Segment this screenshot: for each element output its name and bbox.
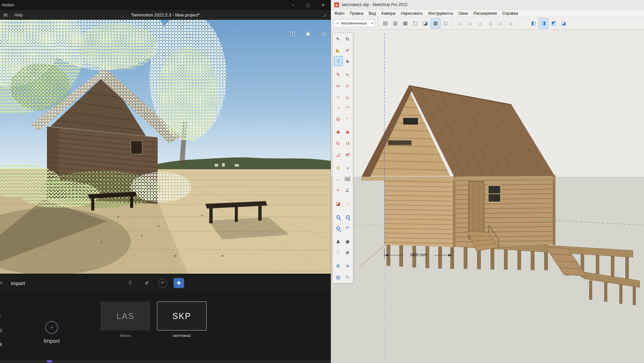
menu-camera[interactable]: Камера: [379, 11, 398, 16]
push-pull-tool[interactable]: ⇧: [334, 56, 343, 66]
section-plane-tool[interactable]: ◪: [334, 198, 343, 209]
layout-panels-icon[interactable]: ◫: [289, 30, 295, 37]
model-settings-tool[interactable]: ⚙: [334, 261, 343, 271]
garage-icon[interactable]: ⌂: [506, 18, 516, 28]
menu-edit[interactable]: dit: [0, 13, 11, 17]
menu-edit[interactable]: Правка: [347, 11, 366, 16]
two-point-arc-tool[interactable]: ◜: [343, 114, 352, 124]
dimension-tool[interactable]: ↔: [334, 174, 343, 184]
menu-draw[interactable]: Нарисовать: [398, 11, 426, 16]
pie-tool[interactable]: ◔: [334, 103, 343, 113]
freehand-tool[interactable]: ∿: [343, 70, 352, 80]
follow-me-tool[interactable]: ❋: [343, 127, 352, 137]
rotated-rectangle-tool[interactable]: ◇: [343, 81, 352, 91]
view-front-icon[interactable]: ◩: [549, 18, 558, 28]
box-icon[interactable]: ▣: [0, 342, 3, 347]
rotate-tool[interactable]: ↻: [334, 138, 343, 148]
line-tool[interactable]: ✎: [334, 70, 343, 80]
hidden-line-style-icon[interactable]: ▢: [411, 18, 420, 28]
position-camera-tool[interactable]: ♟: [334, 236, 343, 246]
offset-tool[interactable]: ◎: [334, 114, 343, 124]
collapse-right-panel-icon[interactable]: ◁: [321, 30, 325, 37]
sketchup-3d-canvas[interactable]: 3400 mm ↖ ↻ ◣ ▰ ⇧: [331, 30, 644, 363]
sketchup-logo-icon: [334, 2, 339, 7]
zoom-extents-tool[interactable]: [334, 223, 343, 233]
undo-icon[interactable]: ↶: [158, 279, 167, 288]
axes-tool[interactable]: +: [334, 185, 343, 195]
menu-file[interactable]: Файл: [332, 11, 347, 16]
maximize-button[interactable]: ▢: [301, 0, 316, 10]
import-tile-skp[interactable]: SKP: [157, 302, 207, 330]
architecture-icons-group: ⌂ ⌂ ⌂ ⌂ ⌂ ⌂: [455, 18, 516, 28]
bracket-icon[interactable]: [: [0, 300, 3, 305]
select-tool[interactable]: ↖: [334, 34, 343, 44]
floor-plan-icon[interactable]: ⌂: [455, 18, 465, 28]
sandbox-from-contours-tool[interactable]: ≋: [343, 261, 352, 271]
flip-tool[interactable]: ⇄: [343, 149, 352, 160]
twinmotion-menubar: Twinmotion 2022.2.3 - New project* dit H…: [0, 10, 331, 20]
zoom-window-tool[interactable]: [343, 212, 352, 222]
import-tile-las[interactable]: LAS: [101, 302, 150, 330]
axes-target-tool[interactable]: ⊕: [343, 247, 352, 258]
arc-tool[interactable]: ◠: [343, 103, 352, 113]
sandbox-smoove-tool[interactable]: ∿: [343, 272, 352, 282]
sandbox-from-scratch-tool[interactable]: ▤: [334, 272, 343, 282]
tape-measure-tool[interactable]: ⊙: [334, 163, 343, 173]
previous-view-tool[interactable]: ↶: [343, 223, 352, 233]
move-tool[interactable]: ✚: [334, 127, 343, 137]
look-around-tool[interactable]: ◉: [343, 236, 352, 246]
window-controls: – ▢ ✕: [285, 0, 331, 10]
import-add-button[interactable]: +: [45, 321, 58, 334]
dock-menu-icon[interactable]: ≡: [0, 280, 3, 286]
fullscreen-expand-icon[interactable]: ↔: [321, 11, 328, 18]
wireframe-style-icon[interactable]: ▦: [400, 18, 410, 28]
walk-tool[interactable]: ∷: [334, 247, 343, 258]
text-tool[interactable]: A1: [343, 174, 352, 184]
orbit-tool[interactable]: ↻: [343, 34, 352, 44]
twist-tool[interactable]: ↺: [343, 138, 352, 148]
back-edges-style-icon[interactable]: ▥: [390, 18, 400, 28]
view-iso-icon[interactable]: ◧: [529, 18, 538, 28]
warehouse-icon[interactable]: ⌂: [476, 18, 485, 28]
minimize-button[interactable]: –: [285, 0, 301, 10]
twinmotion-import-panel: [ ≡ ▤ ▣ + Import LAS Banya: [0, 292, 331, 363]
xray-style-icon[interactable]: ▤: [380, 18, 390, 28]
circle-tool[interactable]: ○: [334, 92, 343, 102]
tag-filter-dropdown[interactable]: ✓ Непомеченные ▾: [334, 19, 375, 27]
blade-tool[interactable]: ◆: [343, 56, 352, 66]
menu-tools[interactable]: Инструменты: [426, 11, 456, 16]
home-icon[interactable]: ⌂: [486, 18, 495, 28]
cube-house-icon[interactable]: ⌂: [466, 18, 475, 28]
grid-dots-icon[interactable]: ⠿: [125, 278, 136, 288]
angle-tool[interactable]: ∠: [343, 185, 352, 195]
monochrome-style-icon[interactable]: ◻: [441, 18, 450, 28]
list-icon[interactable]: ≡: [0, 314, 3, 319]
pan-tool[interactable]: ☝: [343, 198, 352, 209]
menu-window[interactable]: Окно: [456, 11, 471, 16]
eraser-tool[interactable]: ▰: [343, 45, 352, 55]
zoom-tool[interactable]: [334, 212, 343, 222]
polygon-tool[interactable]: △: [343, 92, 352, 102]
protractor-tool[interactable]: ◖: [343, 163, 352, 173]
paint-bucket-tool[interactable]: ◣: [334, 45, 343, 55]
shaded-style-icon[interactable]: ◪: [421, 18, 430, 28]
sketchup-toolbar: ✓ Непомеченные ▾ ▤ ▥ ▦ ▢ ◪ ▩ ◻: [331, 17, 644, 30]
rectangle-tool[interactable]: ▭: [334, 81, 343, 91]
textured-style-icon[interactable]: ▩: [431, 18, 440, 28]
twinmotion-3d-viewport[interactable]: ◫ ◉ ◁: [0, 20, 331, 274]
visibility-icon[interactable]: ◉: [305, 30, 311, 37]
close-button[interactable]: ✕: [316, 0, 331, 10]
menu-view[interactable]: Вид: [366, 11, 379, 16]
menu-extensions[interactable]: Расширения: [471, 11, 499, 16]
scroll-accent[interactable]: [47, 360, 52, 362]
grid-icon[interactable]: ▤: [0, 328, 3, 333]
picker-icon[interactable]: ✐: [142, 278, 152, 288]
scale-tool[interactable]: ◿: [334, 149, 343, 160]
cabin-icon[interactable]: ⌂: [496, 18, 505, 28]
view-top-icon[interactable]: ◪: [559, 18, 569, 28]
menu-help[interactable]: Help: [11, 13, 26, 17]
twinmotion-project-title: Twinmotion 2022.2.3 - New project*: [0, 12, 331, 17]
menu-help[interactable]: Справка: [499, 11, 521, 16]
move-gizmo-icon[interactable]: ✚: [173, 278, 184, 288]
view-orbit-icon[interactable]: ◨: [539, 18, 548, 28]
